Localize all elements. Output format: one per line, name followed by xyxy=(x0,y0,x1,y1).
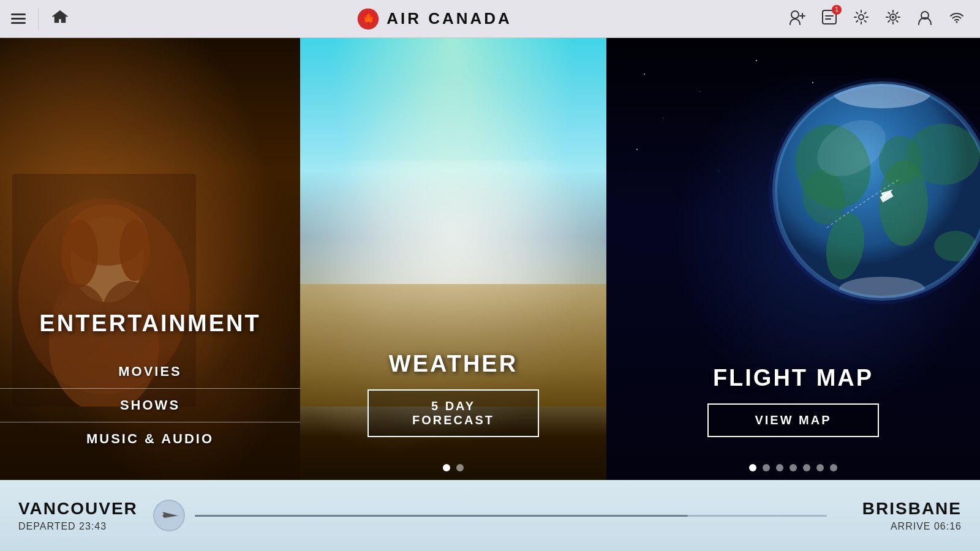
weather-dot-1[interactable] xyxy=(443,464,450,471)
header: 🍁 AIR CANADA 1 xyxy=(0,0,980,38)
origin-time: DEPARTED 23:43 xyxy=(18,521,141,532)
fmap-dot-7[interactable] xyxy=(830,464,837,471)
origin-city: VANCOUVER xyxy=(18,499,141,519)
fmap-dot-3[interactable] xyxy=(776,464,783,471)
fmap-dot-6[interactable] xyxy=(816,464,824,471)
destination-city: BRISBANE xyxy=(839,499,962,519)
svg-text:🍁: 🍁 xyxy=(360,10,377,26)
shows-button[interactable]: SHOWS xyxy=(0,389,300,422)
view-map-button[interactable]: VIEW MAP xyxy=(707,403,879,437)
settings-button[interactable] xyxy=(853,9,870,29)
notification-button[interactable]: 1 xyxy=(821,9,838,29)
menu-button[interactable] xyxy=(11,13,26,24)
svg-point-2 xyxy=(791,11,799,18)
music-audio-button[interactable]: MUSIC & AUDIO xyxy=(0,422,300,455)
main-content: ENTERTAINMENT MOVIES SHOWS MUSIC & AUDIO… xyxy=(0,38,980,480)
flight-map-content: FLIGHT MAP VIEW MAP xyxy=(606,365,980,480)
weather-panel[interactable]: WEATHER 5 DAY FORECAST xyxy=(300,38,606,480)
header-controls: 1 xyxy=(789,9,980,29)
entertainment-title: ENTERTAINMENT xyxy=(0,310,300,337)
fmap-dot-5[interactable] xyxy=(803,464,810,471)
flight-bar: VANCOUVER DEPARTED 23:43 BRISBANE ARRIVE… xyxy=(0,480,980,551)
flight-track xyxy=(141,500,839,531)
flight-origin: VANCOUVER DEPARTED 23:43 xyxy=(18,499,141,532)
fmap-dot-4[interactable] xyxy=(790,464,797,471)
weather-dots xyxy=(443,464,464,471)
notification-badge: 1 xyxy=(832,5,842,15)
svg-point-8 xyxy=(956,21,958,23)
fmap-dot-2[interactable] xyxy=(763,464,770,471)
header-divider xyxy=(38,8,39,30)
weather-dot-2[interactable] xyxy=(456,464,464,471)
svg-point-6 xyxy=(892,16,894,18)
add-user-button[interactable] xyxy=(789,9,806,29)
flight-map-title: FLIGHT MAP xyxy=(606,365,980,391)
maple-leaf-logo: 🍁 xyxy=(357,8,379,30)
flight-map-panel[interactable]: FLIGHT MAP VIEW MAP xyxy=(606,38,980,480)
weather-content: WEATHER 5 DAY FORECAST xyxy=(300,351,606,480)
weather-title: WEATHER xyxy=(300,351,606,377)
brightness-button[interactable] xyxy=(884,9,902,29)
flight-destination: BRISBANE ARRIVE 06:16 xyxy=(839,499,962,532)
flight-map-dots xyxy=(749,464,837,471)
destination-time: ARRIVE 06:16 xyxy=(839,521,962,532)
home-button[interactable] xyxy=(51,8,69,29)
wifi-button[interactable] xyxy=(948,9,965,29)
brand-name: AIR CANADA xyxy=(386,9,512,28)
entertainment-content: ENTERTAINMENT MOVIES SHOWS MUSIC & AUDIO xyxy=(0,310,300,480)
flight-progress-fill xyxy=(195,515,688,517)
movies-button[interactable]: MOVIES xyxy=(0,355,300,389)
profile-button[interactable] xyxy=(916,9,933,29)
earth-globe xyxy=(766,75,980,307)
svg-point-4 xyxy=(859,15,864,20)
brand-area: 🍁 AIR CANADA xyxy=(80,8,789,30)
plane-icon xyxy=(153,500,185,531)
flight-progress-bar xyxy=(195,515,827,517)
forecast-button[interactable]: 5 DAY FORECAST xyxy=(368,389,539,437)
fmap-dot-1[interactable] xyxy=(749,464,756,471)
entertainment-panel[interactable]: ENTERTAINMENT MOVIES SHOWS MUSIC & AUDIO xyxy=(0,38,300,480)
